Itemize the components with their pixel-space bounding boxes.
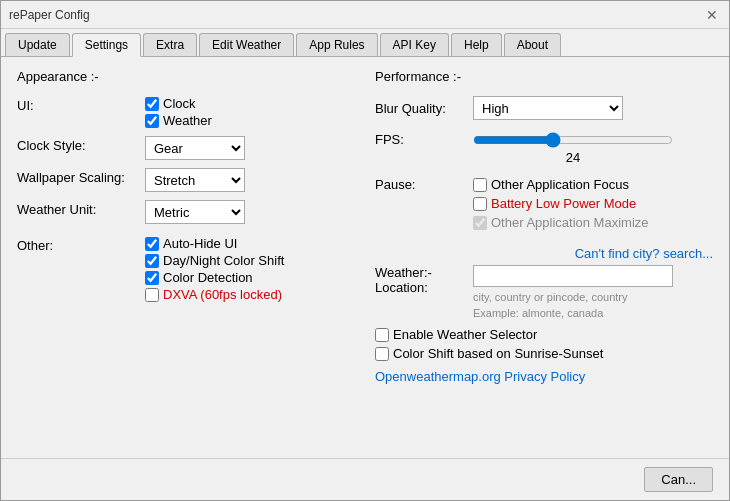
- ui-checkboxes: Clock Weather: [145, 96, 212, 128]
- tab-update[interactable]: Update: [5, 33, 70, 56]
- privacy-link[interactable]: Openweathermap.org Privacy Policy: [375, 369, 585, 384]
- clock-style-select[interactable]: Gear Digital Analog: [145, 136, 245, 160]
- tab-extra[interactable]: Extra: [143, 33, 197, 56]
- dxva-row: DXVA (60fps locked): [145, 287, 284, 302]
- weather-checkbox-row: Weather: [145, 113, 212, 128]
- fps-slider-container: 24: [473, 132, 673, 165]
- enable-weather-checkbox[interactable]: [375, 328, 389, 342]
- close-button[interactable]: ✕: [703, 6, 721, 24]
- clock-style-row: Clock Style: Gear Digital Analog: [17, 136, 355, 160]
- ui-row: UI: Clock Weather: [17, 96, 355, 128]
- weather-options: Enable Weather Selector Color Shift base…: [375, 327, 713, 384]
- battery-low-row: Battery Low Power Mode: [473, 196, 649, 211]
- color-shift-checkbox[interactable]: [375, 347, 389, 361]
- color-detection-label: Color Detection: [163, 270, 253, 285]
- dxva-checkbox[interactable]: [145, 288, 159, 302]
- daynight-row: Day/Night Color Shift: [145, 253, 284, 268]
- other-app-maximize-checkbox: [473, 216, 487, 230]
- other-app-focus-label: Other Application Focus: [491, 177, 629, 192]
- tab-help[interactable]: Help: [451, 33, 502, 56]
- location-hint-2: Example: almonte, canada: [473, 307, 673, 319]
- location-input[interactable]: [473, 265, 673, 287]
- window-title: rePaper Config: [9, 8, 90, 22]
- weather-section: Can't find city? search... Weather:- Loc…: [375, 246, 713, 384]
- footer: Can...: [1, 458, 729, 500]
- location-label: Location:: [375, 280, 465, 295]
- clock-style-control: Gear Digital Analog: [145, 136, 245, 160]
- wallpaper-scaling-control: Stretch Fit Fill Tile: [145, 168, 245, 192]
- blur-quality-label: Blur Quality:: [375, 101, 465, 116]
- color-detection-checkbox[interactable]: [145, 271, 159, 285]
- dxva-label: DXVA (60fps locked): [163, 287, 282, 302]
- appearance-header: Appearance :-: [17, 69, 355, 84]
- other-app-maximize-label: Other Application Maximize: [491, 215, 649, 230]
- location-row: Weather:- Location: city, country or pin…: [375, 265, 713, 319]
- tab-api-key[interactable]: API Key: [380, 33, 449, 56]
- performance-header: Performance :-: [375, 69, 713, 84]
- fps-slider[interactable]: [473, 132, 673, 148]
- daynight-label: Day/Night Color Shift: [163, 253, 284, 268]
- pause-label: Pause:: [375, 177, 465, 192]
- color-shift-row: Color Shift based on Sunrise-Sunset: [375, 346, 713, 361]
- tab-settings[interactable]: Settings: [72, 33, 141, 57]
- battery-low-checkbox[interactable]: [473, 197, 487, 211]
- other-label: Other:: [17, 236, 137, 253]
- enable-weather-label: Enable Weather Selector: [393, 327, 537, 342]
- blur-quality-row: Blur Quality: Low Medium High Ultra: [375, 96, 713, 120]
- clock-style-label: Clock Style:: [17, 136, 137, 153]
- autohide-checkbox[interactable]: [145, 237, 159, 251]
- weather-unit-control: Metric Imperial: [145, 200, 245, 224]
- wallpaper-scaling-select[interactable]: Stretch Fit Fill Tile: [145, 168, 245, 192]
- weather-unit-row: Weather Unit: Metric Imperial: [17, 200, 355, 224]
- right-panel: Performance :- Blur Quality: Low Medium …: [375, 69, 713, 446]
- other-app-focus-row: Other Application Focus: [473, 177, 649, 192]
- battery-low-label: Battery Low Power Mode: [491, 196, 636, 211]
- location-section: city, country or pincode, country Exampl…: [473, 265, 673, 319]
- fps-value: 24: [473, 150, 673, 165]
- daynight-checkbox[interactable]: [145, 254, 159, 268]
- tab-edit-weather[interactable]: Edit Weather: [199, 33, 294, 56]
- other-app-focus-checkbox[interactable]: [473, 178, 487, 192]
- weather-unit-select[interactable]: Metric Imperial: [145, 200, 245, 224]
- fps-row: FPS: 24: [375, 132, 713, 165]
- other-app-maximize-row: Other Application Maximize: [473, 215, 649, 230]
- cancel-button[interactable]: Can...: [644, 467, 713, 492]
- ui-label: UI:: [17, 96, 137, 113]
- color-detection-row: Color Detection: [145, 270, 284, 285]
- blur-quality-select[interactable]: Low Medium High Ultra: [473, 96, 623, 120]
- weather-unit-label: Weather Unit:: [17, 200, 137, 217]
- pause-row: Pause: Other Application Focus Battery L…: [375, 177, 713, 230]
- weather-section-label: Weather:- Location:: [375, 265, 465, 295]
- other-checkboxes: Auto-Hide UI Day/Night Color Shift Color…: [145, 236, 284, 302]
- wallpaper-scaling-row: Wallpaper Scaling: Stretch Fit Fill Tile: [17, 168, 355, 192]
- autohide-label: Auto-Hide UI: [163, 236, 237, 251]
- color-shift-label: Color Shift based on Sunrise-Sunset: [393, 346, 603, 361]
- fps-label: FPS:: [375, 132, 465, 147]
- weather-label-main: Weather:-: [375, 265, 465, 280]
- cant-find-link[interactable]: Can't find city? search...: [575, 246, 713, 261]
- wallpaper-scaling-label: Wallpaper Scaling:: [17, 168, 137, 185]
- clock-checkbox[interactable]: [145, 97, 159, 111]
- tab-bar: Update Settings Extra Edit Weather App R…: [1, 29, 729, 57]
- autohide-row: Auto-Hide UI: [145, 236, 284, 251]
- tab-app-rules[interactable]: App Rules: [296, 33, 377, 56]
- enable-weather-row: Enable Weather Selector: [375, 327, 713, 342]
- pause-options: Other Application Focus Battery Low Powe…: [473, 177, 649, 230]
- other-row: Other: Auto-Hide UI Day/Night Color Shif…: [17, 236, 355, 302]
- tab-about[interactable]: About: [504, 33, 561, 56]
- location-hint-1: city, country or pincode, country: [473, 291, 673, 303]
- left-panel: Appearance :- UI: Clock Weather Clock St…: [17, 69, 355, 446]
- weather-label-text: Weather: [163, 113, 212, 128]
- weather-checkbox[interactable]: [145, 114, 159, 128]
- clock-checkbox-row: Clock: [145, 96, 212, 111]
- clock-label: Clock: [163, 96, 196, 111]
